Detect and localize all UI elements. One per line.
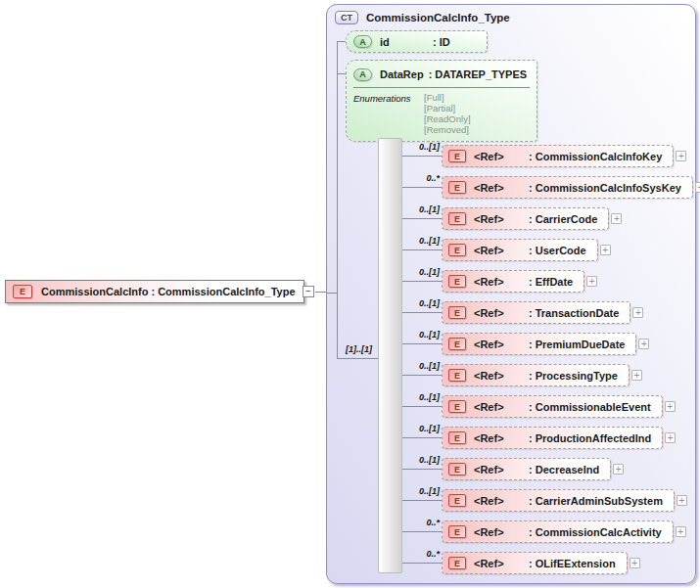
element-ref: <Ref> bbox=[474, 245, 529, 256]
cardinality-label: 0..[1] bbox=[402, 330, 440, 339]
element-icon: E bbox=[448, 525, 466, 538]
element-box[interactable]: E <Ref> : CommissionCalcInfoKey bbox=[442, 145, 674, 167]
enumeration-value: [Full] bbox=[424, 92, 471, 103]
attribute-header: A DataRep : DATAREP_TYPES bbox=[353, 65, 530, 84]
element-box[interactable]: E <Ref> : CarrierAdminSubSystem bbox=[442, 489, 675, 512]
enumerations-label: Enumerations bbox=[353, 92, 424, 135]
stub-line-root bbox=[327, 293, 337, 294]
element-row: 0..[1] E <Ref> : CarrierAdminSubSystem + bbox=[402, 489, 687, 512]
branch-line bbox=[402, 563, 442, 564]
element-ref: <Ref> bbox=[474, 464, 529, 475]
element-box[interactable]: E <Ref> : CarrierCode bbox=[442, 207, 609, 230]
expand-button[interactable]: + bbox=[665, 401, 676, 412]
element-icon: E bbox=[448, 212, 466, 225]
element-box[interactable]: E <Ref> : OLifEExtension bbox=[442, 552, 628, 574]
branch-line bbox=[402, 500, 442, 501]
element-box[interactable]: E <Ref> : CommissionCalcInfoSysKey bbox=[442, 176, 693, 199]
enumeration-value: [ReadOnly] bbox=[424, 113, 471, 124]
branch-line bbox=[402, 406, 442, 407]
attribute-name: id bbox=[380, 36, 433, 48]
element-box[interactable]: E <Ref> : EffDate bbox=[442, 270, 584, 293]
element-ref: <Ref> bbox=[474, 558, 529, 569]
expand-button[interactable]: + bbox=[676, 151, 686, 161]
element-icon: E bbox=[448, 306, 466, 319]
element-icon: E bbox=[448, 400, 466, 413]
collapse-button[interactable]: − bbox=[303, 286, 314, 297]
element-row: 0..[1] E <Ref> : CommissionableEvent + bbox=[402, 395, 676, 418]
element-box[interactable]: E <Ref> : ProcessingType bbox=[442, 364, 630, 386]
element-icon: E bbox=[448, 431, 466, 444]
stub-line-datarep bbox=[337, 73, 346, 74]
element-row: 0..[1] E <Ref> : DecreaseInd + bbox=[402, 458, 624, 480]
cardinality-label: 0..[1] bbox=[402, 298, 440, 308]
cardinality-label: 0..[1] bbox=[402, 392, 440, 402]
expand-button[interactable]: + bbox=[630, 558, 640, 568]
complex-type-title: CommissionCalcInfo_Type bbox=[366, 12, 510, 23]
cardinality-label: 0..[1] bbox=[402, 361, 440, 371]
element-ref: <Ref> bbox=[474, 495, 529, 507]
expand-button[interactable]: + bbox=[638, 339, 649, 349]
element-box[interactable]: E <Ref> : PremiumDueDate bbox=[442, 333, 636, 355]
element-box[interactable]: E <Ref> : CommissionableEvent bbox=[442, 395, 663, 418]
element-name: : CommissionableEvent bbox=[529, 401, 651, 413]
element-box[interactable]: E <Ref> : UserCode bbox=[442, 239, 598, 261]
cardinality-label: 0..[1] bbox=[402, 267, 440, 277]
stub-line-id bbox=[337, 41, 346, 42]
sequence-bar bbox=[378, 138, 402, 573]
element-name: : EffDate bbox=[529, 276, 573, 288]
root-element-box[interactable]: E CommissionCalcInfo : CommissionCalcInf… bbox=[5, 280, 304, 303]
element-name: : CommissionCalcInfoKey bbox=[529, 151, 662, 162]
cardinality-label: 0..[1] bbox=[402, 236, 440, 246]
expand-button[interactable]: + bbox=[676, 526, 686, 537]
element-box[interactable]: E <Ref> : DecreaseInd bbox=[442, 458, 611, 480]
element-icon: E bbox=[448, 181, 466, 194]
branch-line bbox=[402, 312, 442, 313]
element-name: : CarrierCode bbox=[529, 213, 597, 225]
element-icon: E bbox=[448, 369, 466, 382]
element-row: 0..* E <Ref> : CommissionCalcInfoSysKey … bbox=[402, 176, 700, 199]
element-name: : UserCode bbox=[529, 245, 586, 256]
attribute-box-datarep[interactable]: A DataRep : DATAREP_TYPES Enumerations [… bbox=[346, 60, 537, 142]
element-ref: <Ref> bbox=[474, 370, 529, 382]
expand-button[interactable]: + bbox=[586, 276, 597, 287]
branch-line bbox=[402, 531, 442, 532]
expand-button[interactable]: + bbox=[665, 432, 676, 443]
attribute-icon: A bbox=[353, 68, 372, 81]
expand-button[interactable]: + bbox=[695, 182, 700, 193]
expand-button[interactable]: + bbox=[600, 245, 611, 255]
enumeration-list: [Full] [Partial] [ReadOnly] [Removed] bbox=[424, 92, 471, 135]
element-icon: E bbox=[448, 244, 466, 256]
expand-button[interactable]: + bbox=[631, 370, 642, 381]
element-row: 0..* E <Ref> : OLifEExtension + bbox=[402, 552, 640, 574]
cardinality-label: 0..[1] bbox=[402, 455, 440, 465]
connector-line bbox=[315, 292, 326, 293]
element-row: 0..[1] E <Ref> : PremiumDueDate + bbox=[402, 333, 649, 355]
element-icon: E bbox=[448, 275, 466, 288]
expand-button[interactable]: + bbox=[677, 495, 687, 506]
branch-line bbox=[402, 437, 442, 438]
expand-button[interactable]: + bbox=[632, 307, 643, 318]
element-icon: E bbox=[448, 557, 466, 569]
element-ref: <Ref> bbox=[474, 182, 529, 194]
cardinality-label: 0..* bbox=[402, 518, 440, 527]
attribute-type: : DATAREP_TYPES bbox=[429, 68, 527, 80]
element-name: : CarrierAdminSubSystem bbox=[529, 495, 663, 507]
element-ref: <Ref> bbox=[474, 276, 529, 288]
element-row: 0..[1] E <Ref> : CommissionCalcInfoKey + bbox=[402, 145, 686, 167]
element-box[interactable]: E <Ref> : ProductionAffectedInd bbox=[442, 427, 663, 449]
attribute-box-id[interactable]: A id : ID bbox=[346, 30, 488, 53]
expand-button[interactable]: + bbox=[613, 464, 624, 475]
expand-button[interactable]: + bbox=[611, 213, 622, 224]
cardinality-label: 0..* bbox=[402, 173, 440, 183]
element-box[interactable]: E <Ref> : CommissionCalcActivity bbox=[442, 520, 674, 543]
complex-type-container: CT CommissionCalcInfo_Type A id : ID A D… bbox=[326, 4, 696, 584]
stub-line-sequence bbox=[337, 358, 383, 359]
element-ref: <Ref> bbox=[474, 151, 529, 162]
element-row: 0..[1] E <Ref> : EffDate + bbox=[402, 270, 597, 293]
root-element-label: CommissionCalcInfo : CommissionCalcInfo_… bbox=[41, 286, 296, 297]
element-row: 0..* E <Ref> : CommissionCalcActivity + bbox=[402, 520, 686, 543]
xsd-diagram: E CommissionCalcInfo : CommissionCalcInf… bbox=[0, 0, 700, 588]
element-box[interactable]: E <Ref> : TransactionDate bbox=[442, 301, 630, 324]
branch-line bbox=[402, 187, 442, 188]
element-row: 0..[1] E <Ref> : TransactionDate + bbox=[402, 301, 643, 324]
